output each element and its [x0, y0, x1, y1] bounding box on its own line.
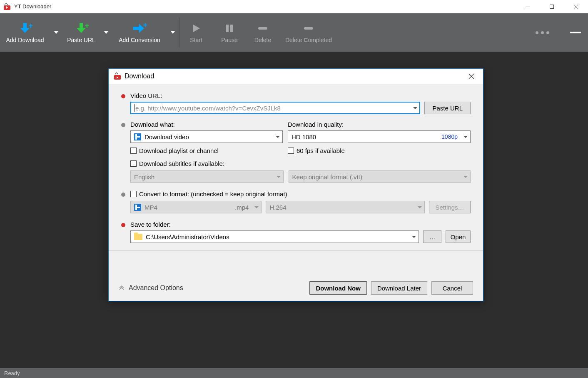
pause-label: Pause — [221, 37, 238, 43]
status-text: Ready — [4, 370, 20, 376]
paste-url-dialog-button[interactable]: Paste URL — [424, 102, 471, 114]
open-folder-button[interactable]: Open — [446, 230, 471, 243]
video-url-label: Video URL: — [130, 92, 471, 99]
optional-bullet — [121, 123, 125, 127]
caret-down-icon — [171, 31, 175, 34]
svg-rect-3 — [230, 25, 233, 32]
overflow-button[interactable] — [521, 13, 563, 52]
svg-rect-1 — [550, 5, 554, 8]
fps-checkbox-label: 60 fps if available — [296, 147, 345, 154]
open-label: Open — [451, 233, 466, 240]
paste-url-dialog-label: Paste URL — [432, 105, 463, 112]
video-icon — [134, 204, 141, 211]
add-download-dropdown[interactable] — [50, 13, 62, 52]
delete-label: Delete — [254, 37, 271, 43]
text-cursor — [134, 104, 135, 112]
convert-codec-value: H.264 — [269, 204, 286, 211]
maximize-button[interactable] — [540, 0, 564, 13]
video-url-input[interactable]: e.g. http://www.youtube.com/watch?v=Cevx… — [130, 102, 420, 114]
svg-rect-4 — [258, 27, 267, 30]
paste-url-button[interactable]: + Paste URL — [62, 13, 100, 52]
save-folder-value: C:\Users\Administrator\Videos — [146, 233, 229, 240]
advanced-options-toggle[interactable]: Advanced Options — [119, 284, 183, 292]
chevron-down-icon — [412, 236, 416, 238]
dots-icon — [536, 31, 538, 34]
browse-button[interactable]: … — [423, 230, 441, 243]
download-quality-value: HD 1080 — [292, 133, 316, 140]
add-download-label: Add Download — [6, 37, 44, 43]
download-quality-tag: 1080p — [441, 133, 458, 140]
start-button[interactable]: Start — [179, 13, 213, 52]
convert-ext: .mp4 — [235, 204, 249, 211]
chevron-down-icon — [418, 206, 422, 208]
caret-down-icon — [104, 31, 108, 34]
dialog-body: Video URL: e.g. http://www.youtube.com/w… — [109, 84, 483, 275]
minimize-button[interactable] — [516, 0, 540, 13]
chevron-down-icon — [463, 136, 468, 138]
convert-format-value: MP4 — [145, 204, 157, 211]
required-bullet — [121, 223, 125, 227]
delete-completed-button[interactable]: Delete Completed — [279, 13, 338, 52]
folder-icon — [134, 234, 142, 240]
download-quality-select[interactable]: HD 1080 1080p — [288, 130, 471, 143]
pause-icon — [225, 24, 234, 33]
checkbox-icon — [288, 148, 294, 154]
delete-button[interactable]: Delete — [246, 13, 279, 52]
add-conversion-dropdown[interactable] — [167, 13, 179, 52]
paste-url-dropdown[interactable] — [100, 13, 112, 52]
svg-rect-2 — [226, 25, 229, 32]
chevron-down-icon — [276, 136, 280, 138]
optional-bullet — [121, 193, 125, 197]
advanced-options-label: Advanced Options — [129, 284, 183, 292]
save-folder-select[interactable]: C:\Users\Administrator\Videos — [130, 230, 419, 243]
checkbox-icon — [130, 191, 137, 197]
dialog-separator — [109, 250, 483, 251]
delete-completed-label: Delete Completed — [285, 37, 332, 43]
playlist-checkbox[interactable]: Download playlist or channel — [130, 147, 283, 154]
subtitle-format-value: Keep original format (.vtt) — [292, 173, 362, 180]
chevron-down-icon — [413, 107, 417, 109]
close-icon — [468, 73, 474, 79]
dialog-title: Download — [125, 73, 154, 80]
convert-settings-button: Settings… — [429, 201, 471, 213]
convert-checkbox-label: Convert to format: (unchecked = keep ori… — [139, 190, 287, 198]
download-what-label: Download what: — [130, 121, 283, 128]
download-now-button[interactable]: Download Now — [309, 281, 367, 295]
statusbar: Ready — [0, 368, 588, 378]
cancel-button[interactable]: Cancel — [431, 281, 473, 295]
pause-button[interactable]: Pause — [213, 13, 246, 52]
convert-arrow-icon: + — [133, 24, 146, 33]
add-conversion-button[interactable]: + Add Conversion — [112, 13, 167, 52]
download-what-value: Download video — [145, 133, 189, 140]
caret-down-icon — [54, 31, 58, 34]
chevron-up-icon — [119, 284, 125, 292]
menu-button[interactable] — [563, 13, 588, 52]
download-what-select[interactable]: Download video — [130, 130, 283, 143]
hamburger-icon — [570, 32, 581, 33]
download-later-label: Download Later — [377, 285, 421, 292]
download-now-label: Download Now — [316, 285, 361, 292]
video-icon — [134, 133, 141, 140]
app-icon — [3, 3, 11, 10]
dialog-titlebar: Download — [109, 69, 483, 84]
download-dialog: Download Video URL: e.g. http://www.yout… — [108, 68, 483, 301]
titlebar: YT Downloader — [0, 0, 588, 13]
window-controls — [516, 0, 588, 13]
fps-checkbox[interactable]: 60 fps if available — [288, 147, 471, 154]
convert-checkbox[interactable]: Convert to format: (unchecked = keep ori… — [130, 190, 471, 198]
add-download-button[interactable]: + Add Download — [0, 13, 50, 52]
download-later-button[interactable]: Download Later — [371, 281, 427, 295]
convert-settings-label: Settings… — [435, 204, 464, 211]
playlist-checkbox-label: Download playlist or channel — [139, 147, 219, 154]
subtitles-checkbox[interactable]: Download subtitles if available: — [130, 160, 471, 167]
cancel-label: Cancel — [443, 285, 462, 292]
subtitle-language-select: English — [130, 170, 284, 183]
chevron-down-icon — [277, 176, 281, 178]
chevron-down-icon — [254, 206, 259, 208]
dialog-close-button[interactable] — [465, 70, 478, 83]
save-folder-label: Save to folder: — [130, 221, 471, 228]
play-icon — [192, 24, 201, 33]
close-button[interactable] — [564, 0, 588, 13]
svg-rect-5 — [304, 27, 313, 30]
download-arrow-icon: + — [20, 23, 30, 34]
